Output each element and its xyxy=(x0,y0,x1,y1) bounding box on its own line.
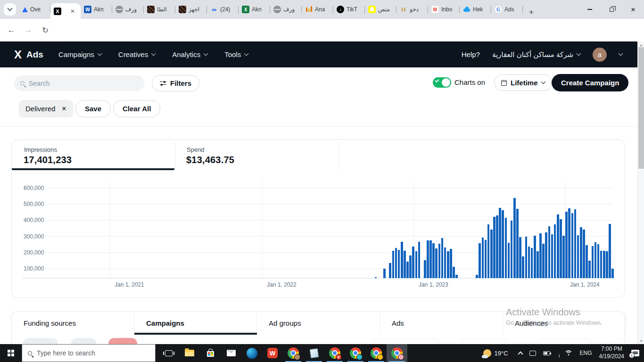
chrome-icon: E xyxy=(329,347,340,359)
tab-ads[interactable]: Ads xyxy=(380,312,503,334)
tablet-mode-icon[interactable] xyxy=(529,351,536,356)
start-button[interactable] xyxy=(0,344,22,362)
chrome-profile1-button[interactable] xyxy=(283,344,304,362)
reload-button[interactable]: ↻ xyxy=(40,25,51,36)
account-avatar[interactable]: a xyxy=(593,48,607,62)
x-logo-icon[interactable]: X xyxy=(14,48,22,61)
dark-doc-favicon xyxy=(179,6,186,13)
browser-tab[interactable]: WAkn xyxy=(81,0,112,19)
close-window-button[interactable]: ✕ xyxy=(622,0,644,19)
scroll-down-icon[interactable]: ▼ xyxy=(638,337,644,344)
date-label: 4/19/2024 xyxy=(599,353,624,361)
chrome-profile5-button-active[interactable] xyxy=(387,344,407,362)
windows-taskbar: Type here to search W E 19°C ENG 7:00 PM… xyxy=(0,344,644,362)
language-indicator[interactable]: ENG xyxy=(580,350,592,356)
tab-title: ورف xyxy=(125,6,137,13)
chrome-profile3-button[interactable] xyxy=(345,344,366,362)
tray-expand-icon[interactable] xyxy=(518,351,523,356)
browser-tab[interactable]: ورف xyxy=(112,0,144,19)
browser-tab[interactable]: ♪TikT xyxy=(333,0,365,19)
browser-tab[interactable]: MInbo xyxy=(428,0,460,19)
active-tab-underline xyxy=(134,333,257,335)
chrome-icon xyxy=(391,347,403,359)
wifi-icon[interactable] xyxy=(564,350,573,356)
dark-doc-favicon xyxy=(147,6,155,13)
remove-chip-icon[interactable]: ✕ xyxy=(61,105,66,112)
tab-title: Ove xyxy=(30,6,41,13)
nav-item-analytics[interactable]: Analytics xyxy=(172,50,207,58)
browser-tab[interactable]: ورف xyxy=(270,0,302,19)
create-campaign-button[interactable]: Create Campaign xyxy=(552,74,628,91)
filters-icon xyxy=(160,81,166,86)
notepad-button[interactable] xyxy=(304,344,324,362)
windows-logo-icon xyxy=(8,350,14,356)
clear-all-button[interactable]: Clear All xyxy=(113,100,160,117)
help-link[interactable]: Help? xyxy=(462,50,480,58)
file-explorer-button[interactable] xyxy=(179,344,200,362)
notepad-icon xyxy=(309,348,318,358)
taskbar-clock[interactable]: 7:00 PM 4/19/2024 xyxy=(599,346,624,360)
filter-chip-delivered[interactable]: Delivered ✕ xyxy=(19,100,73,117)
back-button[interactable]: ← xyxy=(6,25,17,36)
x-ads-navbar: X Ads Campaigns Creatives Analytics Tool… xyxy=(0,41,637,67)
browser-tab[interactable]: اجهز xyxy=(175,0,207,19)
microsoft-store-button[interactable] xyxy=(200,344,221,362)
tab-campaigns[interactable]: Campaigns xyxy=(134,312,257,334)
battery-icon[interactable] xyxy=(543,351,550,355)
profile-badge: E xyxy=(336,354,342,360)
nav-right: Help? شركة مساكن أكنان العقارية a xyxy=(462,48,637,62)
date-range-dropdown[interactable]: Lifetime xyxy=(494,74,552,91)
tab-title: اجهز xyxy=(189,6,199,13)
wps-office-button[interactable]: W xyxy=(262,344,283,362)
task-view-button[interactable] xyxy=(158,344,179,362)
chrome-profile4-button[interactable] xyxy=(366,344,387,362)
browser-tab[interactable]: ∞(24) xyxy=(207,0,239,19)
chevron-down-icon[interactable] xyxy=(619,51,623,56)
taskbar-weather[interactable]: 19°C xyxy=(483,349,508,357)
browser-tab-active[interactable]: X✕ xyxy=(50,3,81,19)
nav-menu: Campaigns Creatives Analytics Tools xyxy=(58,50,248,58)
filters-button[interactable]: Filters xyxy=(152,75,199,91)
restore-button[interactable] xyxy=(601,0,622,19)
chevron-down-icon xyxy=(244,51,249,56)
nav-item-creatives[interactable]: Creatives xyxy=(118,50,155,58)
metrics-chart-card: Impressions 17,401,233 Spend $13,463.75 xyxy=(11,140,625,298)
taskbar-search[interactable]: Type here to search xyxy=(22,344,156,362)
search-placeholder: Search xyxy=(29,80,50,87)
browser-tab[interactable]: الطا xyxy=(144,0,175,19)
tab-ad-groups[interactable]: Ad groups xyxy=(257,312,380,334)
account-switcher[interactable]: شركة مساكن أكنان العقارية xyxy=(492,50,580,59)
tab-title: Hek xyxy=(473,6,483,13)
minimize-button[interactable] xyxy=(579,0,601,19)
search-input[interactable]: Search xyxy=(14,75,144,91)
charts-toggle[interactable] xyxy=(433,77,451,88)
nav-item-campaigns[interactable]: Campaigns xyxy=(58,50,101,58)
chrome-profile2-button[interactable]: E xyxy=(324,344,345,362)
new-tab-button[interactable]: + xyxy=(525,6,538,19)
browser-tab[interactable]: XAkn xyxy=(239,0,270,19)
spend-value: $13,463.75 xyxy=(186,155,234,165)
browser-scrollbar[interactable]: ▲ ▼ xyxy=(637,41,644,344)
mail-button[interactable] xyxy=(221,344,241,362)
google-ads-favicon xyxy=(22,7,28,12)
check-icon xyxy=(435,78,439,82)
notification-center-icon[interactable]: 1 xyxy=(631,350,639,356)
tab-close-icon[interactable]: ✕ xyxy=(70,8,75,15)
edge-button[interactable] xyxy=(241,344,262,362)
section-divider xyxy=(0,126,637,127)
chrome-icon xyxy=(371,347,382,359)
browser-tab[interactable]: Hدخو xyxy=(396,0,428,19)
chevron-down-icon xyxy=(204,51,208,56)
browser-tab[interactable]: Ana xyxy=(302,0,333,19)
forward-button[interactable]: → xyxy=(23,25,34,36)
scrollbar-thumb[interactable] xyxy=(638,47,644,169)
nav-item-tools[interactable]: Tools xyxy=(224,50,248,58)
save-button[interactable]: Save xyxy=(75,100,111,117)
browser-tab[interactable]: Hek xyxy=(460,0,491,19)
browser-tab[interactable]: Ove xyxy=(19,0,50,19)
browser-tab[interactable]: منص xyxy=(365,0,396,19)
tab-funding-sources[interactable]: Funding sources xyxy=(12,312,134,334)
profile-badge xyxy=(377,354,383,360)
browser-tab[interactable]: GAds xyxy=(491,0,523,19)
tab-search-chevron-button[interactable] xyxy=(4,3,16,16)
